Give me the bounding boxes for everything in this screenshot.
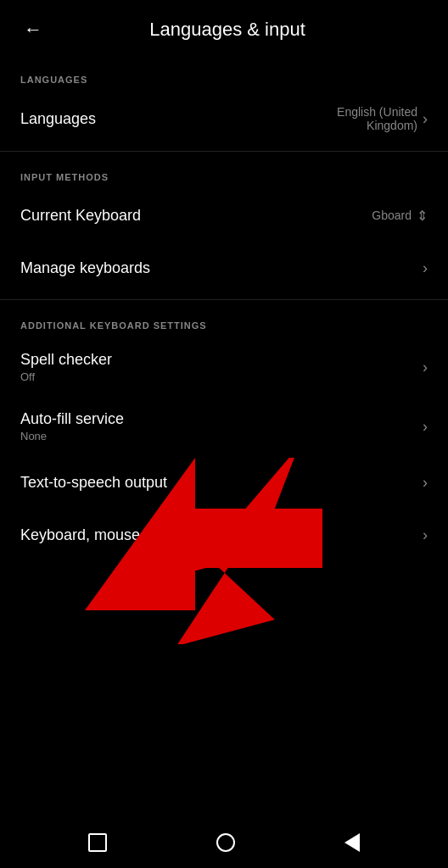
current-keyboard-right: Gboard ⇕ xyxy=(372,208,428,224)
spell-checker-right: › xyxy=(423,359,428,376)
languages-item[interactable]: Languages English (UnitedKingdom) › xyxy=(0,92,448,146)
nav-bar xyxy=(0,817,448,868)
tts-output-title: Text-to-speech output xyxy=(20,474,167,492)
manage-keyboards-left: Manage keyboards xyxy=(20,259,150,277)
spell-checker-chevron-icon: › xyxy=(423,359,428,376)
keyboard-mouse-title: Keyboard, mouse, and track pad xyxy=(20,526,241,544)
languages-item-left: Languages xyxy=(20,110,96,128)
keyboard-mouse-item[interactable]: Keyboard, mouse, and track pad › xyxy=(0,509,448,561)
autofill-service-left: Auto-fill service None xyxy=(20,410,124,442)
back-nav-button[interactable] xyxy=(344,833,360,852)
manage-keyboards-title: Manage keyboards xyxy=(20,259,150,277)
languages-item-title: Languages xyxy=(20,110,96,128)
home-button[interactable] xyxy=(216,833,235,852)
tts-output-left: Text-to-speech output xyxy=(20,474,167,492)
current-keyboard-updown-icon: ⇕ xyxy=(417,208,428,224)
header: ← Languages & input xyxy=(0,0,448,59)
spell-checker-left: Spell checker Off xyxy=(20,351,112,383)
spell-checker-item[interactable]: Spell checker Off › xyxy=(0,337,448,397)
current-keyboard-item[interactable]: Current Keyboard Gboard ⇕ xyxy=(0,189,448,242)
back-nav-icon xyxy=(344,833,360,852)
languages-chevron-icon: › xyxy=(423,110,428,128)
keyboard-mouse-chevron-icon: › xyxy=(423,526,428,544)
spell-checker-subtitle: Off xyxy=(20,370,112,383)
current-keyboard-title: Current Keyboard xyxy=(20,207,141,225)
keyboard-mouse-right: › xyxy=(423,526,428,544)
recent-apps-button[interactable] xyxy=(88,833,107,852)
back-button[interactable]: ← xyxy=(17,12,49,47)
current-keyboard-left: Current Keyboard xyxy=(20,207,141,225)
section-additional-keyboard: ADDITIONAL KEYBOARD SETTINGS Spell check… xyxy=(0,305,448,561)
section-label-additional-keyboard: ADDITIONAL KEYBOARD SETTINGS xyxy=(0,305,448,337)
section-label-languages: LANGUAGES xyxy=(0,59,448,92)
section-languages: LANGUAGES Languages English (UnitedKingd… xyxy=(0,59,448,146)
keyboard-mouse-left: Keyboard, mouse, and track pad xyxy=(20,526,241,544)
autofill-service-right: › xyxy=(423,418,428,436)
home-icon xyxy=(216,833,235,852)
recent-apps-icon xyxy=(88,833,107,852)
autofill-service-item[interactable]: Auto-fill service None › xyxy=(0,397,448,456)
tts-output-right: › xyxy=(423,474,428,492)
manage-keyboards-item[interactable]: Manage keyboards › xyxy=(0,242,448,294)
languages-item-value: English (UnitedKingdom) xyxy=(337,105,417,132)
spell-checker-title: Spell checker xyxy=(20,351,112,369)
tts-output-chevron-icon: › xyxy=(423,474,428,492)
divider-2 xyxy=(0,299,448,300)
section-label-input-methods: INPUT METHODS xyxy=(0,157,448,189)
divider-1 xyxy=(0,151,448,152)
autofill-service-subtitle: None xyxy=(20,430,124,442)
manage-keyboards-right: › xyxy=(423,259,428,277)
section-input-methods: INPUT METHODS Current Keyboard Gboard ⇕ … xyxy=(0,157,448,294)
languages-item-right: English (UnitedKingdom) › xyxy=(337,105,428,132)
manage-keyboards-chevron-icon: › xyxy=(423,259,428,277)
current-keyboard-value: Gboard xyxy=(372,209,412,222)
page-title: Languages & input xyxy=(59,19,395,41)
tts-output-item[interactable]: Text-to-speech output › xyxy=(0,456,448,509)
autofill-service-chevron-icon: › xyxy=(423,418,428,436)
autofill-service-title: Auto-fill service xyxy=(20,410,124,428)
